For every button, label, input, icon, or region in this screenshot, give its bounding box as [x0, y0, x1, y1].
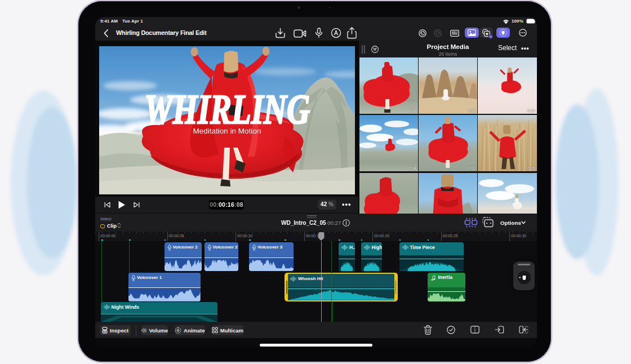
svg-text:WHIRLING: WHIRLING — [144, 87, 310, 132]
svg-text:Meditation in Motion: Meditation in Motion — [193, 127, 261, 135]
